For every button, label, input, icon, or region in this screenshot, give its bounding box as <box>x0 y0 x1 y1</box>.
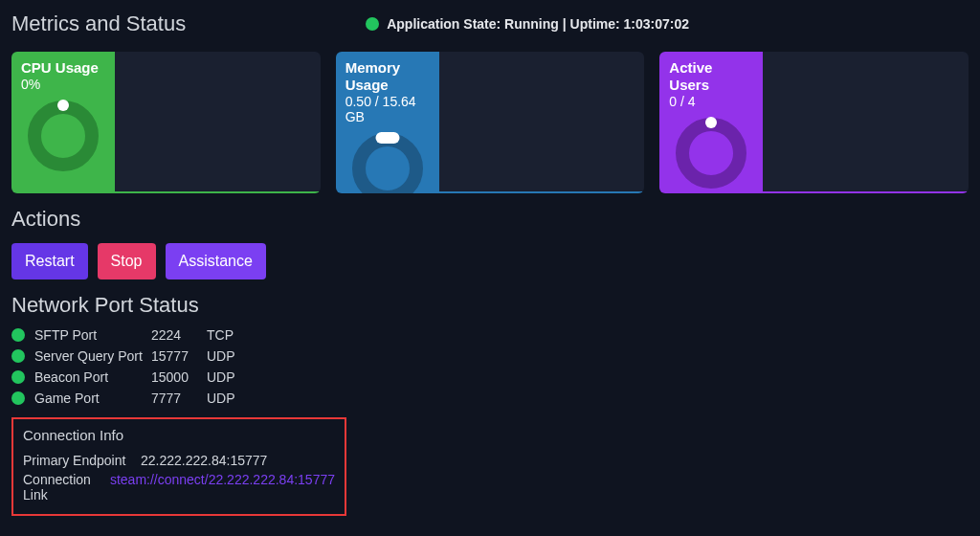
restart-button[interactable]: Restart <box>11 243 88 279</box>
app-state-prefix: Application State: <box>387 16 504 32</box>
port-protocol: UDP <box>207 391 255 406</box>
port-number: 15000 <box>151 369 201 385</box>
cpu-gauge <box>21 98 105 174</box>
users-gauge <box>669 115 753 191</box>
users-card-chart-area <box>763 52 969 193</box>
memory-usage-card: Memory Usage 0.50 / 15.64 GB <box>336 52 645 193</box>
app-state: Application State: Running | Uptime: 1:0… <box>366 16 689 32</box>
users-card-value: 0 / 4 <box>669 94 753 109</box>
connection-row: Connection Link steam://connect/22.222.2… <box>23 472 335 502</box>
connection-row: Primary Endpoint 22.222.222.84:15777 <box>23 453 335 468</box>
memory-card-chart-area <box>439 52 645 193</box>
uptime-value: 1:03:07:02 <box>624 16 690 32</box>
connection-info-title: Connection Info <box>23 427 335 443</box>
connection-link-label: Connection Link <box>23 472 102 502</box>
svg-point-1 <box>359 140 416 193</box>
port-number: 7777 <box>151 391 201 406</box>
metrics-title: Metrics and Status <box>11 11 186 36</box>
app-state-text: Application State: Running | Uptime: 1:0… <box>387 16 689 32</box>
stop-button[interactable]: Stop <box>98 243 156 279</box>
status-dot-running-icon <box>366 17 379 31</box>
active-users-card: Active Users 0 / 4 <box>659 52 969 193</box>
primary-endpoint-value: 22.222.222.84:15777 <box>141 453 267 468</box>
assistance-button[interactable]: Assistance <box>166 243 266 279</box>
port-name: SFTP Port <box>34 327 145 343</box>
users-card-title: Active Users <box>669 59 753 94</box>
connection-info-box: Connection Info Primary Endpoint 22.222.… <box>11 417 346 516</box>
cpu-card-chart-area <box>115 52 321 193</box>
port-table: SFTP Port 2224 TCP Server Query Port 157… <box>11 327 969 406</box>
gauge-knob-icon <box>705 117 717 128</box>
memory-gauge <box>345 130 430 193</box>
status-dot-icon <box>11 349 25 363</box>
port-number: 2224 <box>151 327 201 343</box>
port-number: 15777 <box>151 348 201 364</box>
svg-point-0 <box>34 107 92 165</box>
network-section-title: Network Port Status <box>11 293 969 318</box>
gauge-knob-icon <box>375 132 399 144</box>
svg-point-2 <box>682 124 740 182</box>
port-name: Server Query Port <box>34 348 145 364</box>
port-name: Game Port <box>34 391 145 406</box>
status-dot-icon <box>11 328 25 342</box>
gauge-knob-icon <box>57 100 69 111</box>
port-protocol: UDP <box>207 348 255 364</box>
status-dot-icon <box>11 370 25 384</box>
actions-section-title: Actions <box>11 207 969 232</box>
connection-link[interactable]: steam://connect/22.222.222.84:15777 <box>110 472 335 502</box>
primary-endpoint-label: Primary Endpoint <box>23 453 133 468</box>
app-state-value: Running <box>504 16 559 32</box>
port-protocol: UDP <box>207 369 255 385</box>
memory-card-value: 0.50 / 15.64 GB <box>345 94 430 124</box>
uptime-prefix: | Uptime: <box>559 16 624 32</box>
cpu-card-value: 0% <box>21 77 105 92</box>
cpu-usage-card: CPU Usage 0% <box>11 52 321 193</box>
status-dot-icon <box>11 391 25 405</box>
cpu-card-title: CPU Usage <box>21 59 105 77</box>
memory-card-title: Memory Usage <box>345 59 430 94</box>
port-protocol: TCP <box>207 327 255 343</box>
port-name: Beacon Port <box>34 369 145 385</box>
